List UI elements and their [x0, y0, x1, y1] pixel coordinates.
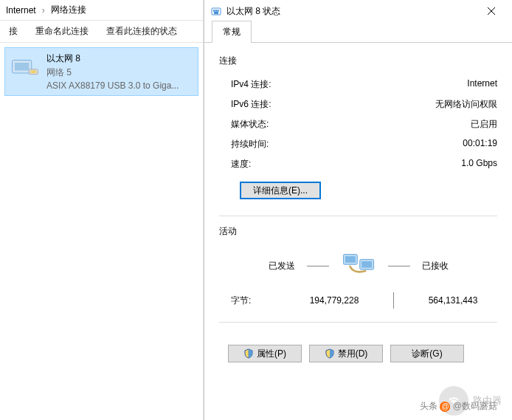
- properties-button[interactable]: 属性(P): [228, 345, 302, 362]
- disable-button[interactable]: 禁用(D): [309, 345, 383, 362]
- row-speed: 速度: 1.0 Gbps: [219, 154, 497, 174]
- watermark-author: @数码蘑菇: [453, 401, 497, 411]
- breadcrumb-seg-connections[interactable]: 网络连接: [48, 4, 89, 16]
- divider: [219, 216, 497, 216]
- dialog-title: 以太网 8 状态: [226, 5, 477, 18]
- adapter-network: 网络 5: [46, 66, 179, 79]
- command-bar: 接 重命名此连接 查看此连接的状态: [0, 21, 203, 43]
- svg-rect-5: [214, 12, 218, 14]
- bytes-label: 字节:: [231, 295, 290, 307]
- section-activity-label: 活动: [219, 225, 497, 238]
- row-media: 媒体状态: 已启用: [219, 114, 497, 134]
- duration-value: 00:01:19: [463, 138, 497, 151]
- bytes-separator: [393, 292, 394, 309]
- adapter-device: ASIX AX88179 USB 3.0 to Giga...: [46, 80, 179, 91]
- adapter-name: 以太网 8: [46, 52, 179, 65]
- toolbar-item-view-status[interactable]: 查看此连接的状态: [97, 21, 186, 43]
- ipv6-value: 无网络访问权限: [435, 98, 497, 111]
- titlebar: 以太网 8 状态: [204, 0, 512, 22]
- diagnose-button-label: 诊断(G): [412, 348, 442, 360]
- details-button[interactable]: 详细信息(E)...: [240, 182, 321, 199]
- adapter-item-ethernet8[interactable]: 以太网 8 网络 5 ASIX AX88179 USB 3.0 to Giga.…: [4, 47, 198, 96]
- row-ipv4: IPv4 连接: Internet: [219, 75, 497, 94]
- svg-rect-6: [213, 10, 215, 12]
- media-value: 已启用: [471, 118, 497, 131]
- section-connection-label: 连接: [219, 55, 497, 67]
- svg-rect-8: [216, 10, 218, 12]
- divider-2: [219, 322, 497, 323]
- breadcrumb[interactable]: Internet › 网络连接: [0, 0, 203, 21]
- properties-button-label: 属性(P): [257, 348, 286, 360]
- shield-icon: [325, 348, 335, 359]
- diagnose-button[interactable]: 诊断(G): [390, 345, 464, 362]
- close-icon: [487, 7, 496, 16]
- at-icon: @: [440, 402, 450, 412]
- dash-left: [307, 266, 329, 266]
- status-dialog: 以太网 8 状态 常规 连接 IPv4 连接: Internet IPv6 连接…: [204, 0, 512, 420]
- bytes-recv-value: 564,131,443: [409, 295, 497, 306]
- action-buttons: 属性(P) 禁用(D) 诊断(G): [219, 331, 497, 370]
- svg-rect-1: [15, 63, 29, 71]
- svg-rect-13: [361, 261, 372, 268]
- dash-right: [388, 266, 410, 266]
- ipv4-label: IPv4 连接:: [231, 78, 271, 91]
- nic-icon: [10, 52, 41, 83]
- activity-header: 已发送 已接收: [219, 245, 497, 288]
- ethernet-icon: [210, 5, 222, 17]
- sent-label: 已发送: [269, 260, 295, 272]
- chevron-right-icon: ›: [39, 5, 48, 16]
- svg-rect-9: [218, 10, 219, 12]
- dialog-body: 连接 IPv4 连接: Internet IPv6 连接: 无网络访问权限 媒体…: [204, 43, 512, 377]
- svg-rect-3: [31, 71, 36, 74]
- toolbar-item-connect[interactable]: 接: [0, 21, 27, 43]
- ipv6-label: IPv6 连接:: [231, 98, 271, 111]
- activity-block: 已发送 已接收 字节: 194,779,228 564,131,443: [219, 245, 497, 313]
- bytes-sent-value: 194,779,228: [290, 295, 378, 306]
- row-duration: 持续时间: 00:01:19: [219, 134, 497, 154]
- duration-label: 持续时间:: [231, 138, 269, 151]
- toolbar-item-rename[interactable]: 重命名此连接: [27, 21, 97, 43]
- disable-button-label: 禁用(D): [338, 348, 368, 360]
- close-button[interactable]: [477, 1, 506, 21]
- shield-icon: [243, 348, 254, 359]
- media-label: 媒体状态:: [231, 118, 269, 131]
- adapter-list: 以太网 8 网络 5 ASIX AX88179 USB 3.0 to Giga.…: [0, 43, 203, 100]
- ipv4-value: Internet: [467, 78, 497, 91]
- watermark-prefix: 头条: [420, 401, 437, 411]
- bytes-row: 字节: 194,779,228 564,131,443: [219, 288, 497, 313]
- speed-label: 速度:: [231, 158, 251, 171]
- speed-value: 1.0 Gbps: [461, 158, 497, 171]
- recv-label: 已接收: [422, 260, 449, 272]
- svg-rect-7: [215, 10, 216, 12]
- svg-rect-11: [345, 256, 356, 263]
- watermark-bottom: 头条 @ @数码蘑菇: [420, 400, 497, 413]
- computers-icon: [341, 251, 376, 280]
- tabstrip: 常规: [204, 22, 512, 43]
- adapter-text: 以太网 8 网络 5 ASIX AX88179 USB 3.0 to Giga.…: [46, 52, 179, 91]
- breadcrumb-seg-internet[interactable]: Internet: [3, 5, 39, 16]
- row-ipv6: IPv6 连接: 无网络访问权限: [219, 94, 497, 114]
- network-connections-panel: Internet › 网络连接 接 重命名此连接 查看此连接的状态 以太网 8 …: [0, 0, 204, 420]
- tab-general[interactable]: 常规: [212, 21, 252, 43]
